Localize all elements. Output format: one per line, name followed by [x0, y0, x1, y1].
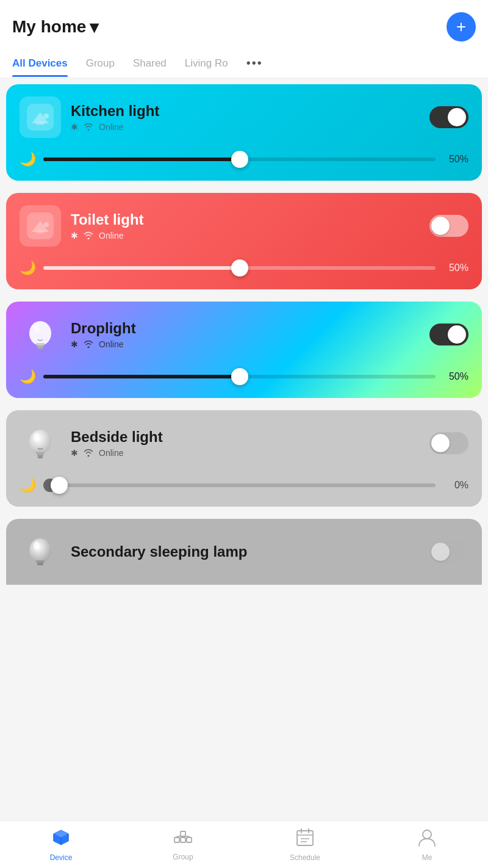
- svg-rect-19: [37, 563, 43, 565]
- svg-point-6: [29, 321, 51, 345]
- svg-point-12: [34, 433, 40, 441]
- droplight-name: Droplight: [71, 320, 136, 337]
- home-chevron: ▾: [90, 17, 98, 37]
- group-nav-label: Group: [173, 853, 193, 861]
- tab-bar: All Devices Group Shared Living Ro •••: [0, 48, 488, 78]
- bedside-light-icon: [20, 422, 61, 464]
- moon-icon: 🌙: [20, 369, 36, 385]
- nav-item-me[interactable]: Me: [366, 821, 488, 868]
- kitchen-light-status: ✱ Online: [71, 122, 159, 132]
- kitchen-light-slider[interactable]: [43, 157, 436, 161]
- svg-rect-14: [37, 454, 43, 457]
- schedule-nav-icon: [296, 828, 314, 851]
- bedside-light-name: Bedside light: [71, 429, 163, 446]
- online-status: Online: [99, 231, 123, 241]
- svg-rect-8: [36, 343, 45, 345]
- svg-rect-13: [36, 452, 45, 454]
- svg-rect-15: [38, 457, 43, 458]
- svg-point-16: [29, 538, 51, 563]
- device-card-toilet-light[interactable]: Toilet light ✱ Online: [6, 193, 482, 289]
- bluetooth-icon: ✱: [71, 448, 78, 458]
- bluetooth-icon: ✱: [71, 231, 78, 241]
- bottom-navigation: Device Group: [0, 820, 488, 868]
- nav-item-device[interactable]: Device: [0, 821, 122, 868]
- moon-icon: 🌙: [20, 477, 36, 493]
- svg-point-4: [35, 230, 45, 234]
- device-list: Kitchen light ✱ Online: [0, 78, 488, 646]
- me-nav-icon: [418, 828, 436, 851]
- online-status: Online: [99, 448, 123, 458]
- droplight-status: ✱ Online: [71, 339, 136, 350]
- add-device-button[interactable]: +: [447, 12, 476, 42]
- kitchen-light-name: Kitchen light: [71, 103, 159, 120]
- moon-icon: 🌙: [20, 260, 36, 276]
- droplight-slider[interactable]: [43, 375, 436, 378]
- device-nav-label: Device: [50, 853, 73, 862]
- bluetooth-icon: ✱: [71, 339, 78, 349]
- svg-point-34: [423, 830, 431, 839]
- tab-shared[interactable]: Shared: [133, 49, 167, 77]
- toilet-light-pct: 50%: [443, 262, 468, 273]
- app-header: My home ▾ +: [0, 0, 488, 48]
- toilet-light-slider[interactable]: [43, 266, 436, 270]
- droplight-toggle[interactable]: [429, 324, 468, 345]
- svg-point-5: [44, 222, 49, 227]
- svg-point-11: [29, 430, 51, 454]
- toilet-light-toggle[interactable]: [429, 215, 468, 237]
- droplight-brightness-row: 🌙 50%: [20, 369, 468, 385]
- tab-more[interactable]: •••: [246, 48, 263, 78]
- nav-item-group[interactable]: Group: [122, 822, 244, 867]
- bedside-light-toggle[interactable]: [429, 432, 468, 454]
- svg-point-17: [34, 541, 40, 550]
- bedside-light-slider[interactable]: [59, 483, 436, 487]
- secondary-lamp-name: Secondary sleeping lamp: [71, 543, 247, 560]
- bedside-light-brightness-row: 🌙 0%: [20, 477, 468, 493]
- svg-rect-18: [36, 560, 45, 563]
- home-title[interactable]: My home ▾: [12, 17, 98, 37]
- svg-point-7: [34, 324, 40, 333]
- bedside-light-pct: 0%: [443, 480, 468, 491]
- device-nav-icon: [52, 828, 70, 851]
- online-status: Online: [99, 122, 123, 132]
- bedside-light-status: ✱ Online: [71, 448, 163, 458]
- svg-rect-9: [37, 345, 43, 348]
- svg-rect-21: [181, 837, 185, 842]
- svg-rect-20: [174, 837, 179, 842]
- kitchen-light-icon: [20, 96, 61, 138]
- tab-group[interactable]: Group: [86, 49, 115, 77]
- svg-rect-28: [297, 831, 313, 845]
- svg-rect-10: [38, 348, 43, 350]
- tab-living-ro[interactable]: Living Ro: [185, 49, 228, 77]
- device-card-droplight[interactable]: Droplight ✱ Online: [6, 302, 482, 398]
- online-status: Online: [99, 339, 123, 349]
- tab-all-devices[interactable]: All Devices: [12, 49, 68, 77]
- device-card-kitchen-light[interactable]: Kitchen light ✱ Online: [6, 84, 482, 181]
- me-nav-label: Me: [422, 853, 432, 862]
- droplight-pct: 50%: [443, 371, 468, 382]
- toilet-light-name: Toilet light: [71, 211, 144, 228]
- device-card-secondary-sleeping-lamp[interactable]: Secondary sleeping lamp: [6, 519, 482, 585]
- droplight-icon: [20, 314, 61, 355]
- moon-icon: 🌙: [20, 151, 36, 167]
- wifi-icon: [83, 448, 94, 458]
- wifi-icon: [83, 339, 94, 350]
- bluetooth-icon: ✱: [71, 122, 78, 132]
- svg-rect-23: [181, 831, 185, 836]
- kitchen-light-pct: 50%: [443, 154, 468, 165]
- device-card-bedside-light[interactable]: Bedside light ✱ Online: [6, 410, 482, 507]
- kitchen-light-brightness-row: 🌙 50%: [20, 151, 468, 167]
- wifi-icon: [83, 122, 94, 132]
- svg-point-1: [35, 121, 45, 125]
- secondary-lamp-toggle[interactable]: [429, 541, 468, 563]
- nav-item-schedule[interactable]: Schedule: [244, 821, 366, 868]
- toilet-light-icon: [20, 205, 61, 247]
- toilet-light-brightness-row: 🌙 50%: [20, 260, 468, 276]
- toilet-light-status: ✱ Online: [71, 231, 144, 241]
- secondary-lamp-icon: [20, 531, 61, 573]
- svg-point-2: [44, 114, 49, 118]
- schedule-nav-label: Schedule: [290, 853, 320, 862]
- svg-rect-22: [187, 837, 192, 842]
- kitchen-light-toggle[interactable]: [429, 106, 468, 128]
- home-name: My home: [12, 17, 86, 37]
- wifi-icon: [83, 231, 94, 241]
